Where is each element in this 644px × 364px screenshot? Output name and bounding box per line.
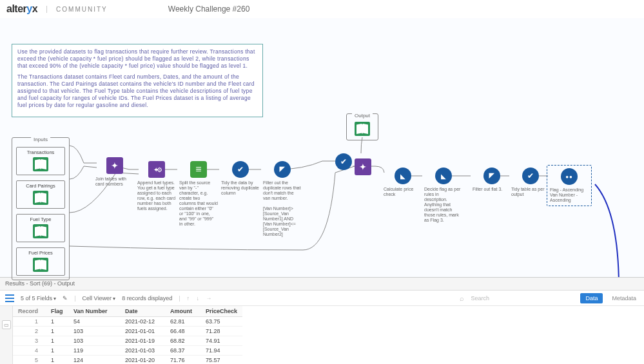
table-cell[interactable]: 103 [68, 336, 120, 346]
col-amount[interactable]: Amount [165, 306, 200, 317]
data-tab-button[interactable]: Data [580, 293, 603, 303]
brand-text-pre: alter [6, 3, 26, 14]
input-card-pairings[interactable]: Card Pairings [16, 180, 65, 209]
table-row[interactable]: 311032021-01-1968.8274.91 [13, 336, 242, 346]
search-icon[interactable]: ⌕ [460, 294, 464, 302]
input-data-icon [33, 191, 48, 205]
cell-viewer-dropdown[interactable]: Cell Viewer [83, 295, 116, 302]
tool-select-2[interactable]: Tidy table as per output [511, 168, 550, 197]
table-cell[interactable]: 71.76 [165, 356, 200, 365]
nav-arrows[interactable]: ↑ ↓ → [187, 295, 215, 302]
tool-annotation: Filter out flat 3. [473, 187, 511, 192]
table-cell[interactable]: 62.81 [165, 317, 200, 327]
table-cell[interactable]: 1 [46, 317, 68, 327]
tool-annotation: Flag - Ascending Van Number - Ascending [550, 187, 589, 203]
select-icon [522, 168, 539, 184]
tool-select-mid[interactable] [335, 153, 352, 170]
table-cell[interactable]: 1 [46, 336, 68, 346]
table-row[interactable]: 211032021-01-0166.4871.28 [13, 327, 242, 336]
filter-icon [483, 168, 500, 184]
table-cell[interactable]: 2021-01-20 [120, 356, 165, 365]
fields-dropdown[interactable]: 5 of 5 Fields [21, 295, 56, 302]
input-label: Fuel Type [30, 216, 52, 222]
col-flag[interactable]: Flag [46, 306, 68, 317]
workflow-canvas[interactable]: Use the provided datasets to flag transa… [0, 18, 644, 277]
table-cell[interactable]: 74.91 [200, 336, 242, 346]
input-label: Card Pairings [26, 183, 55, 189]
tool-select-1[interactable]: Tidy the data by removing duplicate colu… [221, 161, 260, 196]
table-cell[interactable]: 103 [68, 327, 120, 336]
input-fuel-type[interactable]: Fuel Type [16, 214, 65, 242]
table-cell[interactable]: 63.75 [200, 317, 242, 327]
results-toolbar: 5 of 5 Fields ✎ | Cell Viewer 8 records … [0, 291, 644, 306]
table-cell[interactable]: 75.57 [200, 356, 242, 365]
tool-annotation: Join tables with card numbers [95, 177, 134, 187]
tool-annotation: Decide flag as per rules in description.… [424, 187, 463, 223]
input-label: Transactions [27, 149, 55, 155]
input-data-icon [33, 224, 48, 238]
table-cell[interactable]: 119 [68, 346, 120, 356]
search-input[interactable]: Search [471, 295, 574, 302]
results-panel: Results - Sort (69) - Output 5 of 5 Fiel… [0, 277, 644, 364]
filter-icon [274, 161, 291, 178]
input-label: Fuel Prices [28, 250, 53, 256]
table-cell[interactable]: 54 [68, 317, 120, 327]
table-cell[interactable]: 2021-01-03 [120, 346, 165, 356]
wand-icon[interactable]: ✎ [63, 295, 68, 302]
col-date[interactable]: Date [120, 306, 165, 317]
table-cell[interactable]: 2021-01-01 [120, 327, 165, 336]
tool-append[interactable]: Append fuel types. You get a fuel type a… [137, 161, 176, 211]
tool-join-prices[interactable] [355, 158, 371, 175]
table-cell[interactable]: 2021-02-12 [120, 317, 165, 327]
gutter-square-icon[interactable]: ▭ [2, 320, 11, 329]
brand-text-post: x [32, 3, 37, 14]
separator: | [74, 295, 75, 302]
table-cell[interactable]: 2021-01-19 [120, 336, 165, 346]
col-van-number[interactable]: Van Number [68, 306, 120, 317]
table-row[interactable]: 511242021-01-2071.7675.57 [13, 356, 242, 365]
col-record[interactable]: Record [13, 306, 46, 317]
brand-text-y: y [26, 3, 32, 14]
separator: | [179, 295, 180, 302]
table-cell[interactable]: 68.37 [165, 346, 200, 356]
app-header: alteryx COMMUNITY Weekly Challenge #260 [0, 0, 644, 18]
table-cell[interactable]: 66.48 [165, 327, 200, 336]
hamburger-icon[interactable] [5, 294, 14, 302]
input-transactions[interactable]: Transactions [16, 147, 65, 175]
output-group-label: Output [352, 113, 373, 119]
select-icon [335, 153, 352, 170]
table-cell[interactable]: 1 [13, 317, 46, 327]
tool-sort-selected[interactable]: Flag - Ascending Van Number - Ascending [547, 165, 592, 206]
tool-filter-1[interactable]: Filter out the duplicate rows that don't… [263, 161, 302, 238]
output-data-icon[interactable] [355, 122, 370, 136]
table-cell[interactable]: 1 [46, 356, 68, 365]
results-title: Results - Sort (69) - Output [0, 278, 644, 291]
tool-filter-2[interactable]: Filter out flat 3. [473, 168, 511, 192]
table-cell[interactable]: 68.82 [165, 336, 200, 346]
tool-text-to-columns[interactable]: Split the source van by "-" character, e… [179, 161, 218, 227]
table-cell[interactable]: 2 [13, 327, 46, 336]
table-cell[interactable]: 4 [13, 346, 46, 356]
metadata-tab-button[interactable]: Metadata [609, 293, 639, 303]
instructions-p1: Use the provided datasets to flag transa… [17, 48, 257, 70]
table-cell[interactable]: 1 [46, 346, 68, 356]
table-cell[interactable]: 5 [13, 356, 46, 365]
table-cell[interactable]: 71.28 [200, 327, 242, 336]
table-row[interactable]: 411192021-01-0368.3771.94 [13, 346, 242, 356]
table-cell[interactable]: 71.94 [200, 346, 242, 356]
tool-formula-flag[interactable]: Decide flag as per rules in description.… [424, 168, 463, 223]
results-table: Record Flag Van Number Date Amount Price… [13, 306, 242, 364]
inputs-container: Inputs Transactions Card Pairings Fuel T… [12, 137, 70, 280]
instructions-box: Use the provided datasets to flag transa… [12, 44, 263, 117]
table-cell[interactable]: 1 [46, 327, 68, 336]
community-label: COMMUNITY [46, 6, 108, 13]
tool-join[interactable]: Join tables with card numbers [95, 157, 134, 187]
col-pricecheck[interactable]: PriceCheck [200, 306, 242, 317]
table-cell[interactable]: 124 [68, 356, 120, 365]
table-row[interactable]: 11542021-02-1262.8163.75 [13, 317, 242, 327]
table-cell[interactable]: 3 [13, 336, 46, 346]
input-fuel-prices[interactable]: Fuel Prices [16, 247, 65, 276]
instructions-p2: The Transactions dataset contains Fleet … [17, 73, 257, 109]
formula-icon [395, 168, 411, 184]
tool-formula-price[interactable]: Calculate price check [384, 168, 422, 197]
